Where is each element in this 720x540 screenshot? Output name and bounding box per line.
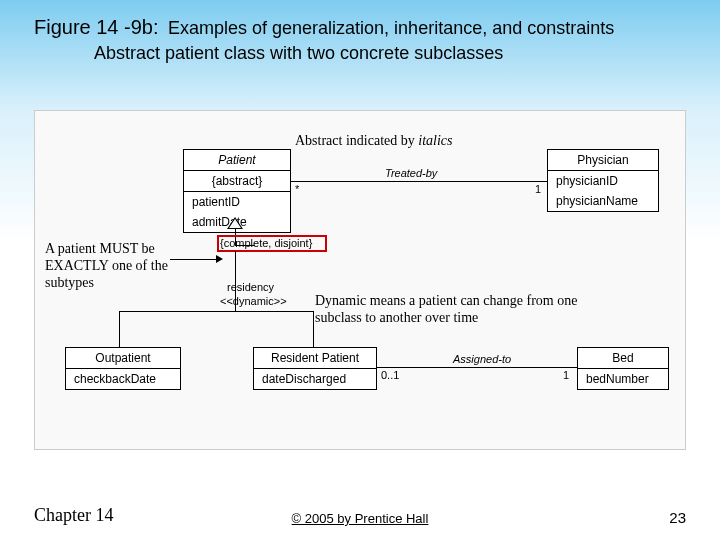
assoc-assigned-to-line xyxy=(377,367,577,368)
figure-label: Figure 14 -9b: xyxy=(34,16,159,38)
gen-triangle xyxy=(227,217,243,229)
gen-hfork xyxy=(119,311,314,312)
footer-copyright: © 2005 by Prentice Hall xyxy=(0,511,720,526)
assoc-treated-by-line xyxy=(291,181,547,182)
red-highlight-constraint xyxy=(217,235,327,252)
mult-one-physician: 1 xyxy=(535,183,541,195)
physician-attr-1: physicianName xyxy=(548,191,658,211)
physician-attr-0: physicianID xyxy=(548,171,658,191)
note-must-be: A patient MUST be EXACTLY one of the sub… xyxy=(45,241,170,291)
mult-star: * xyxy=(295,183,299,195)
gen-v-outpatient xyxy=(119,311,120,347)
diagram-panel: Abstract indicated by italics Patient {a… xyxy=(34,110,686,450)
note-arrow-head xyxy=(216,255,223,263)
resident-name: Resident Patient xyxy=(254,348,376,369)
uml-bed: Bed bedNumber xyxy=(577,347,669,390)
assoc-assigned-to-label: Assigned-to xyxy=(453,353,511,365)
patient-name: Patient xyxy=(184,150,290,171)
outpatient-name: Outpatient xyxy=(66,348,180,369)
gen-vline-mid xyxy=(235,251,236,311)
resident-attr-0: dateDischarged xyxy=(254,369,376,389)
physician-name: Physician xyxy=(548,150,658,171)
figure-title-area: Figure 14 -9b: Examples of generalizatio… xyxy=(34,16,686,64)
patient-stereo: {abstract} xyxy=(184,171,290,192)
note-dynamic: Dynamic means a patient can change from … xyxy=(315,293,585,327)
uml-resident: Resident Patient dateDischarged xyxy=(253,347,377,390)
note-arrow-line xyxy=(170,259,218,260)
bed-name: Bed xyxy=(578,348,668,369)
mult-one-bed: 1 xyxy=(563,369,569,381)
footer-page: 23 xyxy=(669,509,686,526)
gen-v-resident xyxy=(313,311,314,347)
figure-subtitle-2: Abstract patient class with two concrete… xyxy=(94,43,686,64)
patient-attr-0: patientID xyxy=(184,192,290,212)
figure-subtitle-1: Examples of generalization, inheritance,… xyxy=(163,18,614,38)
outpatient-attr-0: checkbackDate xyxy=(66,369,180,389)
mult-0-1: 0..1 xyxy=(381,369,399,381)
assoc-treated-by-label: Treated-by xyxy=(385,167,437,179)
bed-attr-0: bedNumber xyxy=(578,369,668,389)
uml-physician: Physician physicianID physicianName xyxy=(547,149,659,212)
uml-outpatient: Outpatient checkbackDate xyxy=(65,347,181,390)
note-abstract-italics: Abstract indicated by italics xyxy=(295,133,452,150)
dynamic-label: <<dynamic>> xyxy=(220,295,287,307)
